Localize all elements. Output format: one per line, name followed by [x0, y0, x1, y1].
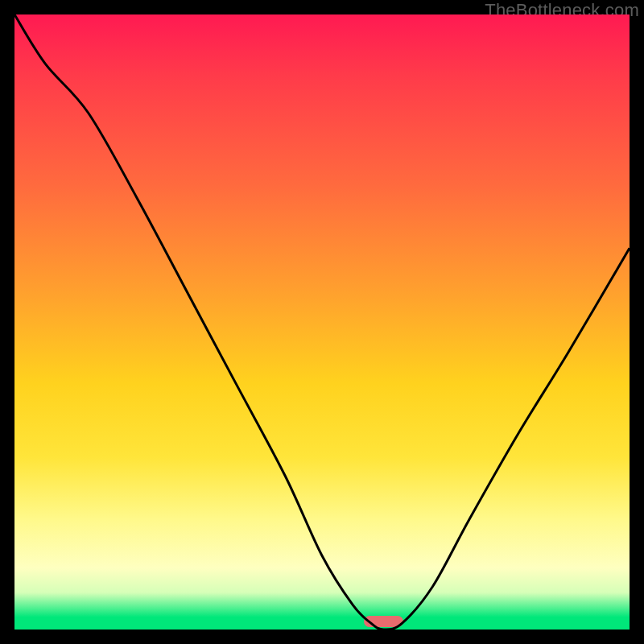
chart-frame: TheBottleneck.com	[0, 0, 644, 644]
plot-area	[14, 14, 630, 630]
curve-path	[14, 14, 630, 630]
bottleneck-curve	[14, 14, 630, 630]
